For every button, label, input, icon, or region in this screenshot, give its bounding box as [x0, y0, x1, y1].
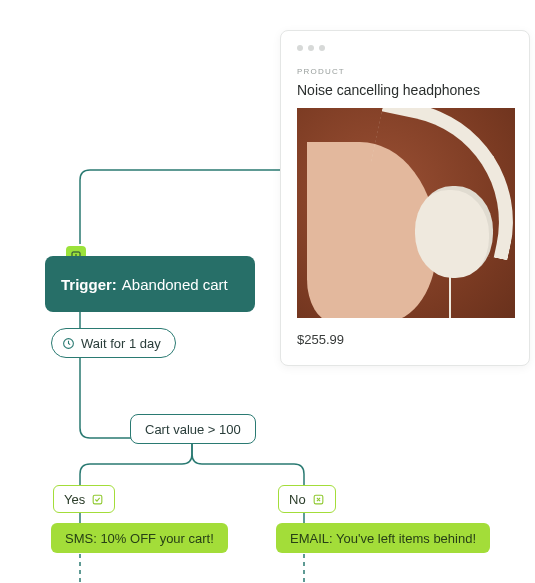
- branch-yes-label: Yes: [64, 492, 85, 507]
- product-card: PRODUCT Noise cancelling headphones $255…: [280, 30, 530, 366]
- wait-label: Wait for 1 day: [81, 336, 161, 351]
- condition-label: Cart value > 100: [145, 422, 241, 437]
- clock-icon: [62, 337, 75, 350]
- trigger-event: Abandoned cart: [122, 276, 228, 293]
- action-sms[interactable]: SMS: 10% OFF your cart!: [51, 523, 228, 553]
- branch-no[interactable]: No: [278, 485, 336, 513]
- action-sms-label: SMS: 10% OFF your cart!: [65, 531, 214, 546]
- product-section-label: PRODUCT: [297, 67, 513, 76]
- x-square-icon: [312, 493, 325, 506]
- action-email[interactable]: EMAIL: You've left items behind!: [276, 523, 490, 553]
- condition-node[interactable]: Cart value > 100: [130, 414, 256, 444]
- action-email-label: EMAIL: You've left items behind!: [290, 531, 476, 546]
- wait-node[interactable]: Wait for 1 day: [51, 328, 176, 358]
- product-name: Noise cancelling headphones: [297, 82, 513, 98]
- trigger-prefix: Trigger:: [61, 276, 117, 293]
- product-price: $255.99: [297, 332, 513, 347]
- trigger-node[interactable]: Trigger: Abandoned cart: [45, 256, 255, 312]
- branch-yes[interactable]: Yes: [53, 485, 115, 513]
- window-dots: [297, 45, 513, 51]
- product-image: [297, 108, 515, 318]
- branch-no-label: No: [289, 492, 306, 507]
- svg-rect-4: [93, 495, 102, 504]
- check-square-icon: [91, 493, 104, 506]
